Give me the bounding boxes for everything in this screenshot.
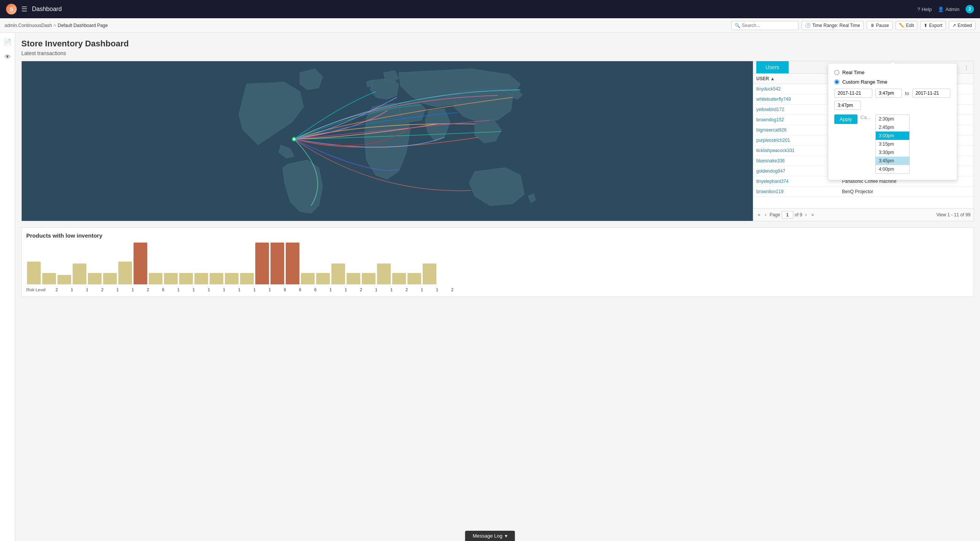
custom-range-label[interactable]: Custom Range Time (842, 79, 888, 85)
bar-rect[interactable] (134, 243, 147, 284)
bar-rect[interactable] (423, 263, 436, 284)
bar-rect[interactable] (377, 263, 391, 284)
page-label: Page (770, 212, 780, 217)
bar-column (148, 273, 163, 284)
row-user: brownlion119 (756, 189, 842, 194)
next-page-button[interactable]: › (804, 211, 808, 218)
bar-rect[interactable] (73, 263, 86, 284)
help-button[interactable]: ? Help (917, 6, 932, 12)
bar-column (270, 243, 285, 284)
bar-rect[interactable] (103, 273, 117, 284)
dropdown-actions: Apply Ca... (834, 114, 871, 124)
time-list-item[interactable]: 2:45pm (876, 123, 909, 132)
bar-column (300, 273, 315, 284)
bar-rect[interactable] (118, 262, 132, 284)
custom-range-radio-row: Custom Range Time (834, 79, 951, 85)
risk-value: 1 (430, 287, 445, 292)
risk-value: 1 (247, 287, 262, 292)
time-list-item[interactable]: 3:45pm (876, 157, 909, 165)
time-list-item[interactable]: 2:30pm (876, 115, 909, 123)
bar-column (133, 243, 148, 284)
bar-rect[interactable] (57, 275, 71, 284)
bar-rect[interactable] (316, 273, 330, 284)
bar-rect[interactable] (331, 263, 345, 284)
real-time-radio[interactable] (834, 70, 839, 75)
sidebar-icon-eye[interactable]: 👁 (2, 51, 14, 63)
table-more-button[interactable]: ⋮ (963, 62, 970, 73)
from-time-input[interactable] (875, 89, 902, 98)
bar-rect[interactable] (179, 273, 193, 284)
pause-button[interactable]: ⏸ Pause (867, 21, 892, 30)
real-time-label[interactable]: Real Time (842, 70, 865, 75)
bar-rect[interactable] (225, 273, 239, 284)
message-log-label: Message Log (473, 533, 502, 539)
sort-icon: ▲ (770, 76, 775, 81)
main-content: Store Inventory Dashboard Latest transac… (15, 33, 980, 541)
bar-rect[interactable] (240, 273, 254, 284)
custom-range-radio[interactable] (834, 79, 839, 84)
prev-page-button[interactable]: ‹ (764, 211, 768, 218)
bar-rect[interactable] (392, 273, 406, 284)
time-list-item[interactable]: 3:15pm (876, 140, 909, 148)
breadcrumb: admin.ContinuousDash > Default Dashboard… (5, 23, 108, 28)
to-date-input[interactable] (912, 89, 950, 98)
message-log-bar[interactable]: Message Log ▾ (465, 531, 515, 541)
bar-rect[interactable] (347, 273, 360, 284)
bar-rect[interactable] (255, 243, 269, 284)
bar-column (407, 273, 422, 284)
bar-rect[interactable] (42, 273, 56, 284)
embed-button[interactable]: ↗ Embed (949, 21, 975, 30)
to-time-input[interactable] (834, 101, 861, 110)
risk-value: 1 (80, 287, 95, 292)
users-tab-button[interactable]: Users (756, 61, 789, 73)
edit-button[interactable]: ✏️ Edit (896, 21, 918, 30)
search-box: 🔍 (731, 21, 799, 30)
notification-badge[interactable]: 2 (966, 5, 974, 13)
risk-value: 1 (201, 287, 216, 292)
risk-value: 1 (338, 287, 353, 292)
last-page-button[interactable]: » (810, 211, 816, 218)
world-map-svg (22, 61, 753, 221)
export-button[interactable]: ⬆ Export (920, 21, 946, 30)
time-list-item[interactable]: 4:00pm (876, 165, 909, 173)
table-row[interactable]: brownlion119 BenQ Projector (753, 187, 974, 197)
products-title: Products with low inventory (26, 232, 969, 239)
bar-chart-area (26, 243, 969, 286)
bar-rect[interactable] (210, 273, 223, 284)
menu-toggle[interactable]: ☰ (21, 5, 27, 13)
admin-button[interactable]: 👤 Admin (938, 6, 959, 12)
bar-rect[interactable] (286, 243, 299, 284)
bar-rect[interactable] (270, 243, 284, 284)
bar-rect[interactable] (164, 273, 178, 284)
breadcrumb-parent[interactable]: admin.ContinuousDash (5, 23, 52, 28)
bar-rect[interactable] (88, 273, 102, 284)
bar-column (422, 263, 437, 284)
risk-value: 2 (353, 287, 369, 292)
apply-button[interactable]: Apply (834, 114, 858, 124)
bar-rect[interactable] (149, 273, 162, 284)
bar-rect[interactable] (362, 273, 375, 284)
page-input[interactable] (782, 211, 793, 219)
table-footer: « ‹ Page of 9 › » View 1 - 11 of 99 (753, 208, 974, 221)
sub-header-controls: 🔍 🕐 Time Range: Real Time ⏸ Pause ✏️ Edi… (731, 21, 975, 30)
time-list-item[interactable]: 3:30pm (876, 148, 909, 157)
bar-column (178, 273, 194, 284)
sidebar-icon-document[interactable]: 📄 (2, 36, 14, 48)
bar-rect[interactable] (27, 262, 41, 284)
cancel-button[interactable]: Ca... (861, 114, 871, 120)
search-input[interactable] (742, 23, 795, 28)
sub-header: admin.ContinuousDash > Default Dashboard… (0, 18, 980, 33)
risk-value: 1 (64, 287, 80, 292)
risk-values: 211211261111111666112112112 (49, 287, 460, 292)
time-range-button[interactable]: 🕐 Time Range: Real Time (802, 21, 864, 30)
risk-value: 1 (232, 287, 247, 292)
chevron-down-icon: ▾ (505, 533, 508, 539)
dashboard-title: Store Inventory Dashboard (21, 39, 974, 49)
first-page-button[interactable]: « (756, 211, 762, 218)
time-list-item[interactable]: 3:00pm (876, 132, 909, 140)
from-date-input[interactable] (834, 89, 872, 98)
products-section: Products with low inventory Risk Level 2… (21, 227, 974, 297)
bar-rect[interactable] (194, 273, 208, 284)
bar-rect[interactable] (407, 273, 421, 284)
bar-rect[interactable] (301, 273, 315, 284)
